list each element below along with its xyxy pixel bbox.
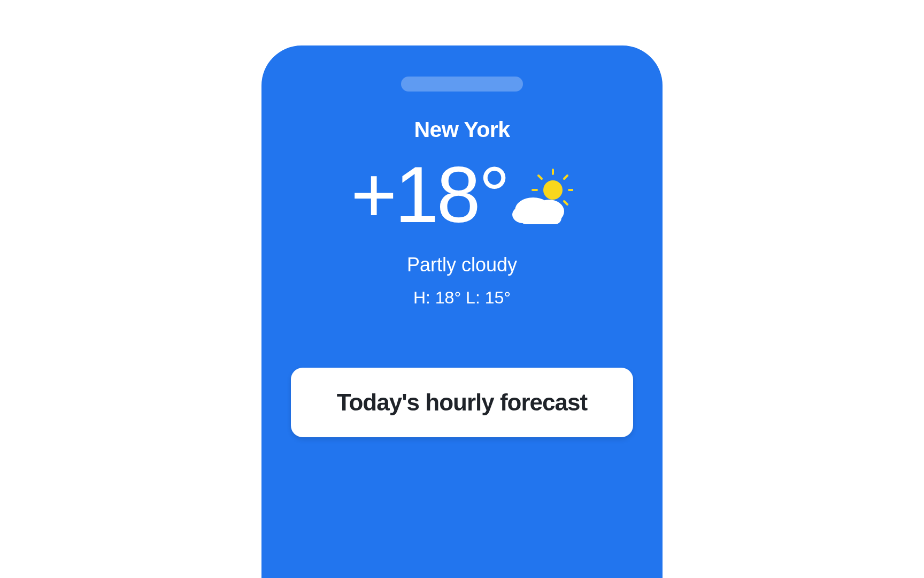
weather-summary: New York +18° xyxy=(261,117,663,308)
partly-cloudy-icon xyxy=(509,168,573,232)
current-temperature: +18° xyxy=(351,155,508,234)
phone-frame: New York +18° xyxy=(261,45,663,578)
city-name: New York xyxy=(414,117,510,142)
svg-line-8 xyxy=(564,201,567,204)
svg-line-6 xyxy=(564,176,567,179)
high-low-temperature: H: 18° L: 15° xyxy=(413,288,511,308)
temperature-row: +18° xyxy=(351,155,573,234)
svg-point-0 xyxy=(543,180,563,200)
weather-condition: Partly cloudy xyxy=(407,254,517,276)
drag-handle[interactable] xyxy=(401,77,523,92)
svg-line-5 xyxy=(538,176,542,179)
hourly-forecast-card[interactable]: Today's hourly forecast xyxy=(291,368,633,437)
forecast-card-title: Today's hourly forecast xyxy=(302,389,622,416)
svg-rect-12 xyxy=(520,211,561,224)
